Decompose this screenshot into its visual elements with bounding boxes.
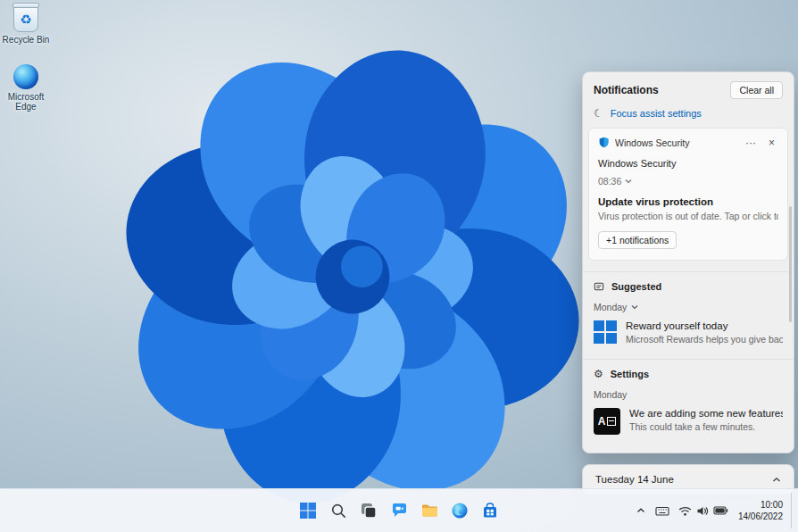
chevron-down-icon	[625, 179, 632, 184]
microsoft-rewards-icon	[594, 320, 617, 344]
battery-icon	[713, 505, 728, 516]
store-button[interactable]	[476, 495, 504, 527]
desktop-icon-microsoft-edge[interactable]: Microsoft Edge	[0, 64, 54, 112]
item-title: Reward yourself today	[626, 320, 783, 331]
edge-button[interactable]	[445, 495, 474, 527]
keyboard-icon	[655, 505, 669, 517]
suggested-section: Suggested Monday Reward yourself today M…	[583, 271, 794, 348]
settings-section-header: ⚙ Settings	[583, 360, 794, 379]
chat-button[interactable]	[385, 495, 413, 527]
hidden-icons-button[interactable]	[631, 495, 651, 527]
windows-security-shield-icon	[598, 137, 610, 148]
microsoft-store-icon	[481, 502, 499, 520]
language-features-icon: A	[594, 408, 620, 435]
windows-start-icon	[299, 502, 317, 520]
notification-time-row[interactable]: 08:36	[598, 176, 778, 187]
notification-body: Virus protection is out of date. Tap or …	[598, 211, 778, 221]
focus-assist-label: Focus assist settings	[611, 108, 702, 119]
desktop-icon-label: Recycle Bin	[3, 35, 50, 45]
notification-heading: Windows Security	[598, 158, 778, 169]
volume-icon	[696, 505, 709, 517]
desktop-icon-recycle-bin[interactable]: ♻ Recycle Bin	[0, 5, 54, 45]
settings-day-group[interactable]: Monday	[583, 379, 794, 400]
settings-header-label: Settings	[611, 369, 649, 379]
file-explorer-icon	[420, 502, 439, 520]
recycle-bin-icon: ♻	[13, 5, 38, 32]
chat-icon	[390, 502, 409, 520]
wifi-icon	[678, 505, 692, 517]
show-desktop-button[interactable]	[791, 493, 796, 528]
clear-all-button[interactable]: Clear all	[730, 81, 783, 99]
notifications-title: Notifications	[594, 84, 659, 96]
notification-more-options-icon[interactable]: ···	[742, 137, 760, 148]
taskbar-clock[interactable]: 10:00 14/06/2022	[733, 495, 791, 527]
chevron-up-icon	[636, 506, 646, 515]
notification-close-icon[interactable]: ×	[765, 137, 778, 148]
item-text: Reward yourself today Microsoft Rewards …	[626, 320, 783, 345]
chevron-down-icon	[631, 304, 638, 310]
item-title: We are adding some new features to V	[629, 408, 783, 419]
suggested-header-label: Suggested	[611, 281, 661, 292]
windows-features-notification-item[interactable]: A We are adding some new features to V T…	[583, 400, 794, 438]
notification-time: 08:36	[598, 176, 621, 187]
gear-icon: ⚙	[594, 369, 603, 379]
file-explorer-button[interactable]	[415, 495, 444, 527]
start-button[interactable]	[294, 495, 322, 527]
rewards-notification-item[interactable]: Reward yourself today Microsoft Rewards …	[583, 312, 794, 348]
item-body: This could take a few minutes.	[629, 421, 783, 432]
suggested-day-label: Monday	[594, 302, 627, 312]
notification-app-name: Windows Security	[615, 137, 736, 148]
search-button[interactable]	[324, 495, 353, 527]
focus-assist-settings-link[interactable]: ☾ Focus assist settings	[583, 104, 794, 128]
chevron-up-icon	[772, 477, 781, 483]
more-notifications-button[interactable]: +1 notifications	[598, 231, 677, 249]
task-view-icon	[360, 502, 378, 520]
suggested-section-header: Suggested	[583, 272, 794, 292]
task-view-button[interactable]	[354, 495, 383, 527]
calendar-date-label: Tuesday 14 June	[595, 474, 674, 485]
item-text: We are adding some new features to V Thi…	[629, 408, 783, 432]
item-body: Microsoft Rewards helps you give back	[626, 334, 783, 345]
edge-browser-icon	[451, 502, 469, 520]
desktop-icon-label: Microsoft Edge	[0, 92, 54, 112]
taskbar-center-icons	[294, 495, 504, 527]
notification-center-panel: Notifications Clear all ☾ Focus assist s…	[582, 71, 794, 453]
network-volume-battery-button[interactable]	[674, 495, 733, 527]
suggested-icon	[594, 281, 604, 292]
taskbar: 10:00 14/06/2022	[0, 488, 798, 532]
windows-security-notification-card[interactable]: Windows Security ··· × Windows Security …	[588, 128, 788, 261]
settings-section: ⚙ Settings Monday A We are adding some n…	[583, 359, 794, 438]
recycle-glyph: ♻	[20, 12, 31, 26]
notification-card-header: Windows Security ··· ×	[598, 137, 778, 148]
focus-assist-moon-icon: ☾	[594, 108, 603, 119]
panel-scrollbar[interactable]	[789, 206, 792, 322]
search-icon	[330, 503, 347, 520]
notifications-header: Notifications Clear all	[583, 72, 794, 104]
notification-title: Update virus protection	[598, 196, 778, 207]
suggested-day-group[interactable]: Monday	[583, 292, 794, 312]
touch-keyboard-button[interactable]	[651, 495, 674, 527]
settings-day-label: Monday	[594, 389, 627, 400]
taskbar-system-tray: 10:00 14/06/2022	[631, 493, 796, 528]
calendar-expand-button[interactable]	[765, 469, 788, 490]
clock-time: 10:00	[761, 499, 783, 511]
edge-icon	[13, 64, 38, 89]
clock-date: 14/06/2022	[738, 511, 783, 522]
